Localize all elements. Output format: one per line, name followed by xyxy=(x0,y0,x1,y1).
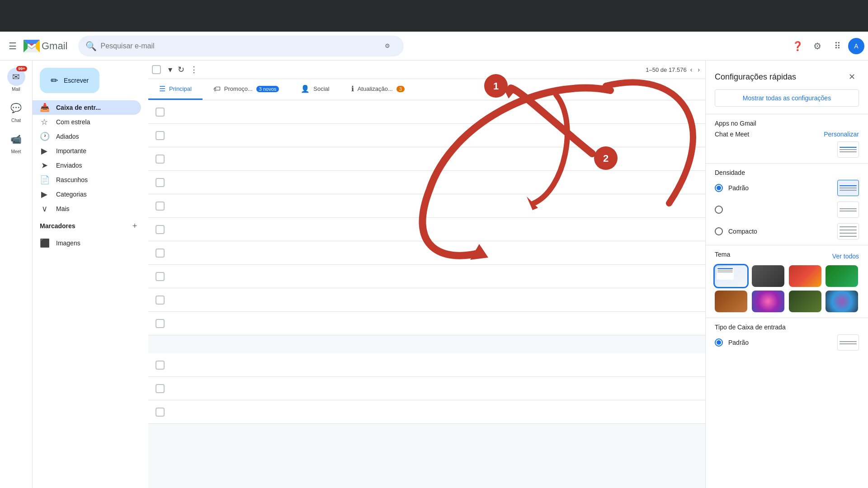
select-dropdown-button[interactable]: ▾ xyxy=(166,62,174,77)
sidebar-item-images[interactable]: ⬛ Imagens xyxy=(33,236,148,250)
row-checkbox[interactable] xyxy=(156,108,165,117)
compose-button[interactable]: ✏ Escrever xyxy=(40,68,99,93)
table-row[interactable] xyxy=(148,312,705,335)
refresh-button[interactable]: ↻ xyxy=(176,62,186,77)
inbox-type-radio-group: Padrão xyxy=(715,334,859,351)
show-all-settings-button[interactable]: Mostrar todas as configurações xyxy=(715,89,859,107)
density-confortavel-preview xyxy=(837,202,859,218)
sidebar-item-categories[interactable]: ▶ Categorias xyxy=(33,187,141,202)
table-row[interactable] xyxy=(148,265,705,288)
preview-line xyxy=(840,226,857,227)
drafts-label: Rascunhos xyxy=(56,176,134,183)
row-checkbox[interactable] xyxy=(156,408,165,417)
row-checkbox[interactable] xyxy=(156,202,165,211)
next-page-button[interactable]: › xyxy=(696,62,702,77)
theme-item-colorful[interactable] xyxy=(752,291,784,312)
preview-line xyxy=(840,230,857,230)
table-row[interactable] xyxy=(148,194,705,218)
ver-todos-link[interactable]: Ver todos xyxy=(832,253,859,260)
compose-icon: ✏ xyxy=(51,75,58,86)
sidebar-item-snoozed[interactable]: 🕐 Adiados xyxy=(33,129,141,144)
density-radio-group: Padrão xyxy=(715,180,859,239)
density-confortavel-radio[interactable] xyxy=(715,206,723,214)
tab-social[interactable]: 👤 Social xyxy=(290,79,340,100)
table-row[interactable] xyxy=(148,400,705,424)
sidebar-item-important[interactable]: ▶ Importante xyxy=(33,144,141,158)
theme-item-galaxy[interactable] xyxy=(826,291,858,312)
select-all-checkbox[interactable] xyxy=(152,65,161,74)
table-row[interactable] xyxy=(148,124,705,147)
inbox-padrao-row[interactable]: Padrão xyxy=(715,334,859,351)
row-checkbox[interactable] xyxy=(156,155,165,164)
hamburger-menu-button[interactable]: ☰ xyxy=(4,37,22,55)
theme-item-nature[interactable] xyxy=(826,265,858,287)
table-row[interactable] xyxy=(148,218,705,241)
table-row[interactable] xyxy=(148,147,705,171)
row-checkbox[interactable] xyxy=(156,131,165,140)
row-checkbox[interactable] xyxy=(156,225,165,234)
gmail-app: ☰ Gmail 🔍 ⚙ ❓ ⚙ ⠿ A xyxy=(0,32,868,488)
gmail-logo-text: Gmail xyxy=(42,40,67,52)
row-checkbox[interactable] xyxy=(156,178,165,187)
tab-promocoes[interactable]: 🏷 Promoço... 3 novos xyxy=(203,79,290,100)
account-button[interactable]: A xyxy=(848,38,864,54)
images-label-icon: ⬛ xyxy=(40,238,49,248)
personalizar-link[interactable]: Personalizar xyxy=(824,131,859,138)
theme-item-default[interactable] xyxy=(715,265,747,287)
pagination-text: 1–50 de 17.576 xyxy=(646,66,686,73)
search-input[interactable] xyxy=(100,42,378,50)
row-checkbox[interactable] xyxy=(156,272,165,281)
row-checkbox[interactable] xyxy=(156,361,165,370)
qs-close-button[interactable]: ✕ xyxy=(844,70,859,84)
tab-principal[interactable]: ☰ Principal xyxy=(148,79,203,100)
inbox-padrao-label: Padrão xyxy=(728,339,832,346)
important-icon: ▶ xyxy=(40,146,49,156)
search-bar[interactable]: 🔍 ⚙ xyxy=(78,36,404,56)
settings-button[interactable]: ⚙ xyxy=(808,37,826,55)
email-toolbar: ▾ ↻ ⋮ 1–50 de 17.576 ‹ › xyxy=(148,61,705,79)
email-tabs: ☰ Principal 🏷 Promoço... 3 novos 👤 Socia… xyxy=(148,79,705,100)
sidebar-item-inbox[interactable]: 📥 Caixa de entr... xyxy=(33,100,141,115)
sidebar-item-starred[interactable]: ☆ Com estrela xyxy=(33,115,141,129)
sidebar-item-more[interactable]: ∨ Mais xyxy=(33,202,141,216)
density-compacto-row[interactable]: Compacto xyxy=(715,223,859,239)
density-padrao-radio[interactable] xyxy=(715,184,723,192)
table-row[interactable] xyxy=(148,377,705,400)
sidebar-item-drafts[interactable]: 📄 Rascunhos xyxy=(33,173,141,187)
table-row[interactable] xyxy=(148,241,705,265)
theme-item-sunset[interactable] xyxy=(789,265,821,287)
more-actions-button[interactable]: ⋮ xyxy=(188,62,200,77)
sidebar-item-mail[interactable]: ✉ 99+ Mail xyxy=(0,64,32,95)
add-label-button[interactable]: + xyxy=(128,220,141,232)
density-confortavel-row[interactable] xyxy=(715,202,859,218)
row-checkbox[interactable] xyxy=(156,249,165,258)
row-checkbox[interactable] xyxy=(156,319,165,328)
atualizacoes-tab-badge: 3 xyxy=(396,86,405,92)
snoozed-label: Adiados xyxy=(56,133,134,140)
table-row[interactable] xyxy=(148,288,705,312)
theme-item-dark1[interactable] xyxy=(752,265,784,287)
apps-button[interactable]: ⠿ xyxy=(828,37,846,55)
search-options-button[interactable]: ⚙ xyxy=(378,37,396,55)
theme-item-brown[interactable] xyxy=(715,291,747,312)
meet-icon-circle: 📹 xyxy=(7,130,25,148)
sidebar-item-sent[interactable]: ➤ Enviados xyxy=(33,158,141,173)
row-checkbox[interactable] xyxy=(156,296,165,305)
density-padrao-label: Padrão xyxy=(728,184,832,192)
sidebar-item-meet[interactable]: 📹 Meet xyxy=(0,127,32,158)
table-row[interactable] xyxy=(148,353,705,377)
table-row[interactable] xyxy=(148,100,705,124)
density-compacto-radio[interactable] xyxy=(715,227,723,235)
inbox-padrao-radio[interactable] xyxy=(715,338,723,347)
prev-page-button[interactable]: ‹ xyxy=(689,62,694,77)
tab-atualizacoes[interactable]: ℹ Atualização... 3 xyxy=(340,79,415,100)
table-row[interactable] xyxy=(148,171,705,194)
help-button[interactable]: ❓ xyxy=(788,37,807,55)
chat-icon: 💬 xyxy=(10,103,22,113)
quick-settings-panel: Configurações rápidas ✕ Mostrar todas as… xyxy=(705,61,868,488)
row-checkbox[interactable] xyxy=(156,384,165,393)
meet-label: Meet xyxy=(11,149,21,154)
density-padrao-row[interactable]: Padrão xyxy=(715,180,859,196)
theme-item-forest[interactable] xyxy=(789,291,821,312)
sidebar-item-chat[interactable]: 💬 Chat xyxy=(0,95,32,127)
